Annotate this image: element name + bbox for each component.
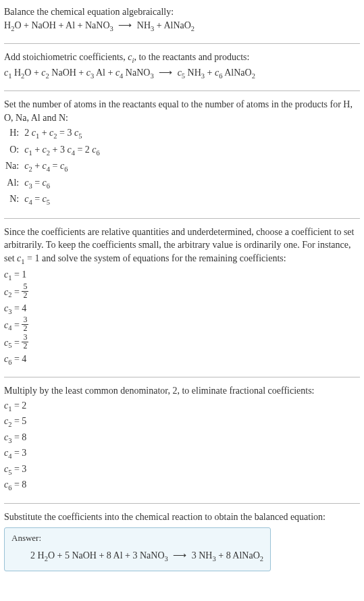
atom-equations-table: H: 2 c1 + c2 = 3 c5 O: c1 + c2 + 3 c4 = …	[4, 126, 104, 208]
section-balance-intro: Balance the chemical equation algebraica…	[4, 5, 360, 34]
list-item: c1 = 2	[4, 399, 360, 414]
divider	[4, 377, 360, 377]
reaction-arrow-icon: ⟶	[170, 549, 189, 563]
list-item: c6 = 4	[4, 352, 360, 367]
answer-label: Answer:	[11, 532, 263, 544]
species-nano3: NaNO3	[85, 20, 113, 30]
species-alnao2: AlNaO2	[163, 20, 194, 30]
section-multiply: Multiply by the least common denominator…	[4, 384, 360, 494]
element-label: H:	[4, 126, 23, 142]
element-label: N:	[4, 192, 23, 208]
table-row: Al: c3 = c6	[4, 176, 104, 192]
intro-text: Balance the chemical equation algebraica…	[4, 5, 360, 19]
add-coeffs-text: Add stoichiometric coefficients, ci, to …	[4, 51, 360, 66]
list-item: c2 = 52	[4, 284, 360, 301]
list-item: c3 = 4	[4, 302, 360, 317]
species-naoh: NaOH	[31, 20, 56, 30]
list-item: c3 = 8	[4, 431, 360, 446]
species-h2o: H2O	[4, 20, 22, 30]
table-row: N: c4 = c5	[4, 192, 104, 208]
divider	[4, 218, 360, 219]
section-add-coeffs: Add stoichiometric coefficients, ci, to …	[4, 51, 360, 81]
table-row: H: 2 c1 + c2 = 3 c5	[4, 126, 104, 142]
list-item: c4 = 32	[4, 317, 360, 334]
section-atom-equations: Set the number of atoms in the reactants…	[4, 98, 360, 209]
equation-cell: c3 = c6	[23, 176, 104, 192]
equation-cell: c2 + c4 = c6	[23, 159, 104, 175]
balanced-equation: 2 H2O + 5 NaOH + 8 Al + 3 NaNO3 ⟶ 3 NH3 …	[11, 549, 263, 564]
divider	[4, 43, 360, 44]
element-label: Al:	[4, 176, 23, 192]
coefficient-list: c1 = 1 c2 = 52 c3 = 4 c4 = 32 c5 = 32 c6…	[4, 268, 360, 367]
list-item: c1 = 1	[4, 268, 360, 283]
atom-eq-text: Set the number of atoms in the reactants…	[4, 98, 360, 124]
list-item: c2 = 5	[4, 415, 360, 429]
substitute-text: Substitute the coefficients into the che…	[4, 511, 360, 524]
section-solve: Since the coefficients are relative quan…	[4, 226, 360, 368]
list-item: c6 = 8	[4, 478, 360, 493]
species-nh3: NH3	[137, 20, 154, 30]
list-item: c5 = 32	[4, 335, 360, 352]
multiply-text: Multiply by the least common denominator…	[4, 384, 360, 398]
unbalanced-equation: H2O + NaOH + Al + NaNO3 ⟶ NH3 + AlNaO2	[4, 19, 360, 34]
integer-coefficient-list: c1 = 2 c2 = 5 c3 = 8 c4 = 3 c5 = 3 c6 = …	[4, 399, 360, 494]
list-item: c5 = 3	[4, 463, 360, 477]
equation-cell: c4 = c5	[23, 192, 104, 208]
divider	[4, 503, 360, 504]
species-al: Al	[66, 20, 75, 30]
answer-box: Answer: 2 H2O + 5 NaOH + 8 Al + 3 NaNO3 …	[4, 527, 271, 571]
section-answer: Substitute the coefficients into the che…	[4, 511, 360, 571]
list-item: c4 = 3	[4, 446, 360, 461]
reaction-arrow-icon: ⟶	[156, 66, 175, 80]
table-row: Na: c2 + c4 = c6	[4, 159, 104, 175]
coeff-equation: c1 H2O + c2 NaOH + c3 Al + c4 NaNO3 ⟶ c5…	[4, 66, 360, 81]
divider	[4, 90, 360, 91]
element-label: Na:	[4, 159, 23, 175]
equation-cell: c1 + c2 + 3 c4 = 2 c6	[23, 142, 104, 159]
reaction-arrow-icon: ⟶	[115, 19, 134, 32]
solve-text: Since the coefficients are relative quan…	[4, 226, 360, 267]
table-row: O: c1 + c2 + 3 c4 = 2 c6	[4, 142, 104, 159]
equation-cell: 2 c1 + c2 = 3 c5	[23, 126, 104, 142]
element-label: O:	[4, 142, 23, 159]
